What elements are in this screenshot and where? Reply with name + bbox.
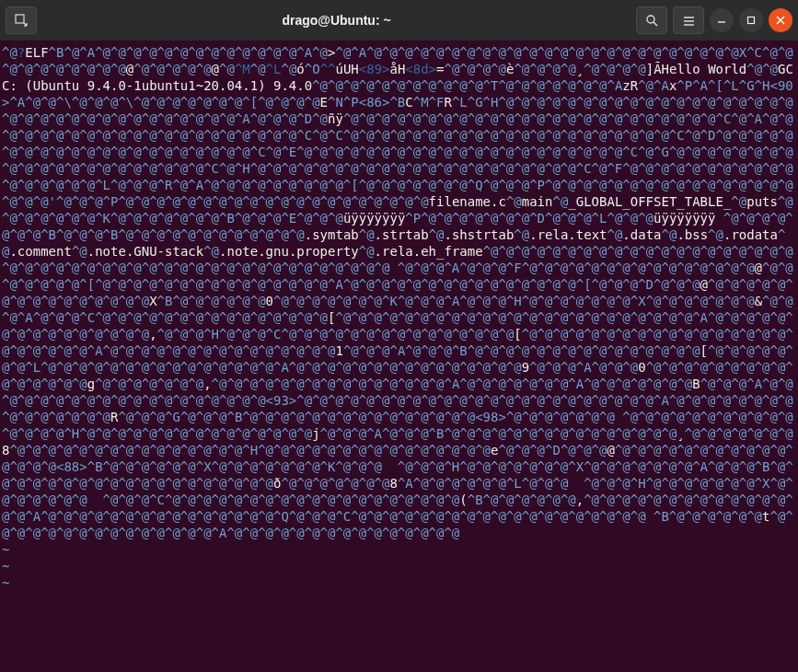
new-tab-button[interactable] <box>6 6 37 34</box>
svg-line-5 <box>653 22 657 26</box>
svg-point-4 <box>647 16 654 23</box>
window-title: drago@Ubuntu: ~ <box>42 13 630 28</box>
search-button[interactable] <box>636 6 667 34</box>
titlebar: drago@Ubuntu: ~ <box>0 0 798 41</box>
maximize-button[interactable] <box>739 8 763 32</box>
menu-button[interactable] <box>673 6 704 34</box>
svg-rect-0 <box>16 15 24 23</box>
minimize-button[interactable] <box>710 8 734 32</box>
close-button[interactable] <box>769 8 792 32</box>
svg-rect-10 <box>748 17 755 24</box>
terminal-content[interactable]: ^@?ELF^B^@^A^@^@^@^@^@^@^@^@^@^@^@^@^@^A… <box>0 41 798 595</box>
